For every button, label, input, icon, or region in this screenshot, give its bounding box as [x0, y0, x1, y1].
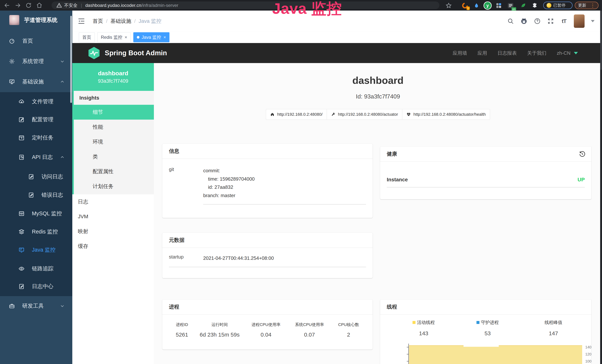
sba-nav-journal[interactable]: 日志报表 — [497, 50, 517, 56]
bookmark-star-icon[interactable] — [445, 1, 453, 10]
extensions-puzzle-icon[interactable] — [531, 1, 539, 10]
sidebar-item-redis-monitor[interactable]: Redis 监控 — [0, 225, 72, 238]
sidebar-item-file-manage[interactable]: 文件管理 — [0, 95, 72, 108]
language-caret-icon[interactable] — [574, 52, 578, 54]
app-logo-row[interactable]: 芋道管理系统 — [0, 13, 72, 27]
hamburger-icon[interactable] — [77, 17, 85, 25]
sba-brand[interactable]: Spring Boot Admin — [88, 47, 167, 60]
fullscreen-icon[interactable] — [547, 18, 554, 25]
sba-instance-header[interactable]: dashboard 93a3fc7f7409 — [72, 63, 154, 91]
sidebar-item-label: 链路追踪 — [32, 265, 54, 272]
avatar-caret-icon[interactable] — [591, 20, 595, 22]
git-branch-line: branch: master — [203, 191, 366, 200]
sidebar-item-access-log[interactable]: 访问日志 — [0, 170, 72, 183]
col-header: 进程CPU使用率 — [244, 322, 288, 327]
tab-label: 首页 — [82, 34, 91, 40]
sba-menu-details[interactable]: 细节 — [72, 105, 155, 120]
tab-home[interactable]: 首页 — [79, 32, 95, 42]
sidebar-item-api-log[interactable]: API 日志 — [0, 150, 72, 164]
sidebar-item-home[interactable]: 首页 — [0, 34, 72, 48]
history-icon[interactable] — [579, 150, 585, 157]
sba-nav-language[interactable]: zh-CN — [557, 50, 570, 56]
info-card: 信息 git commit: time: 1596289704000 id: 2… — [162, 144, 373, 218]
sidebar-item-tracing[interactable]: 链路追踪 — [0, 262, 72, 275]
tab-java-monitor[interactable]: Java 监控 × — [133, 32, 170, 42]
divider-line — [169, 267, 366, 267]
tab-close-icon[interactable]: × — [163, 35, 166, 40]
sidebar-item-mysql-monitor[interactable]: MySQL 监控 — [0, 207, 72, 220]
menu-label: 计划任务 — [93, 183, 113, 190]
user-avatar[interactable] — [574, 14, 585, 28]
search-icon[interactable] — [507, 18, 514, 25]
health-instance-row[interactable]: Instance UP — [387, 177, 585, 183]
sidebar-item-system[interactable]: 系统管理 — [0, 55, 72, 68]
extension-letter: y — [486, 3, 489, 8]
sidebar-item-scheduled-tasks[interactable]: 定时任务 — [0, 131, 72, 144]
stat-label: 守护进程 — [481, 320, 499, 325]
edit-square-icon — [19, 117, 24, 123]
browser-update-button[interactable]: 更新 ⋮ — [575, 2, 599, 9]
browser-menu-dots-icon[interactable]: ⋮ — [590, 3, 595, 8]
sba-menu-config-props[interactable]: 配置属性 — [74, 164, 155, 179]
breadcrumb-infrastructure[interactable]: 基础设施 — [110, 18, 131, 25]
breadcrumb-home[interactable]: 首页 — [93, 18, 103, 25]
github-icon[interactable] — [520, 18, 527, 25]
sba-menu-logging[interactable]: 日志 — [72, 194, 154, 209]
threads-peak-stat: 线程峰值 147 — [533, 320, 574, 337]
menu-label: 缓存 — [78, 243, 88, 250]
extension-green-circle-icon[interactable]: y — [484, 1, 492, 10]
sba-nav-applications[interactable]: 应用 — [477, 50, 487, 56]
sidebar-item-label: 错误日志 — [42, 191, 63, 199]
doc-edit-icon — [28, 192, 34, 198]
sba-menu-metrics[interactable]: 性能 — [74, 120, 155, 134]
sidebar-item-infrastructure[interactable]: 基础设施 — [0, 75, 72, 88]
sidebar-item-config-manage[interactable]: 配置管理 — [0, 113, 72, 126]
sidebar-item-error-log[interactable]: 错误日志 — [0, 188, 72, 202]
service-url-button[interactable]: http://192.168.0.2:48080/ — [266, 109, 327, 120]
health-url-button[interactable]: http://192.168.0.2:48080/actuator/health — [402, 109, 490, 120]
database-icon — [19, 211, 24, 217]
browser-home-icon[interactable] — [36, 2, 43, 9]
extension-drop-icon[interactable] — [473, 1, 481, 10]
profile-paused-button[interactable]: 已暂停 — [543, 2, 572, 9]
sba-menu-environment[interactable]: 环境 — [74, 134, 155, 149]
text-size-icon[interactable]: tT — [560, 18, 568, 25]
sba-menu-classes[interactable]: 类 — [74, 149, 155, 164]
briefcase-icon — [9, 303, 15, 309]
address-bar[interactable]: 不安全 | dashboard.yudao.iocoder.cn/infra/a… — [52, 1, 439, 9]
tab-close-icon[interactable]: × — [125, 35, 127, 40]
page-scrollbar-thumb[interactable] — [600, 11, 602, 70]
sba-logo-icon — [88, 47, 100, 60]
card-title: 进程 — [169, 303, 179, 310]
sba-menu-scheduled-tasks[interactable]: 计划任务 — [74, 179, 155, 194]
sidebar-item-java-monitor[interactable]: Java 监控 — [0, 243, 72, 257]
extension-leaf-icon[interactable] — [519, 1, 527, 10]
sba-menu-jvm[interactable]: JVM — [72, 209, 154, 224]
sba-menu-caches[interactable]: 缓存 — [72, 239, 154, 254]
timer-icon — [19, 135, 24, 141]
page-scrollbar[interactable] — [600, 0, 602, 364]
sba-navbar: Spring Boot Admin 应用墙 应用 日志报表 关于我们 zh-CN — [72, 43, 602, 63]
sidebar-item-label: 基础设施 — [22, 78, 44, 86]
sba-nav-about[interactable]: 关于我们 — [527, 50, 546, 56]
browser-forward-icon[interactable] — [14, 2, 22, 9]
extension-orange-icon[interactable]: 1 — [461, 1, 469, 10]
sidebar-item-devtools[interactable]: 研发工具 — [0, 299, 72, 313]
extension-grid-icon[interactable] — [495, 1, 503, 10]
active-tab-dot — [137, 36, 140, 39]
divider-line — [203, 204, 366, 204]
tab-redis-monitor[interactable]: Redis 监控 × — [97, 32, 131, 42]
browser-reload-icon[interactable] — [25, 2, 32, 9]
actuator-url-button[interactable]: http://192.168.0.2:48080/actuator — [327, 109, 402, 120]
sidebar-scrollbar[interactable] — [70, 16, 72, 103]
help-icon[interactable] — [534, 18, 541, 25]
card-title: 信息 — [169, 148, 179, 155]
doc-edit-icon — [19, 284, 24, 289]
browser-back-icon[interactable] — [3, 2, 11, 9]
extension-list-icon[interactable]: on — [506, 1, 515, 10]
layers-icon — [19, 229, 24, 235]
sba-menu-mappings[interactable]: 映射 — [72, 224, 154, 239]
process-col-uptime: 运行时间 6d 23h 15m 59s — [195, 322, 244, 338]
sba-nav-wallboard[interactable]: 应用墙 — [452, 50, 467, 56]
sidebar-item-log-center[interactable]: 日志中心 — [0, 280, 72, 293]
